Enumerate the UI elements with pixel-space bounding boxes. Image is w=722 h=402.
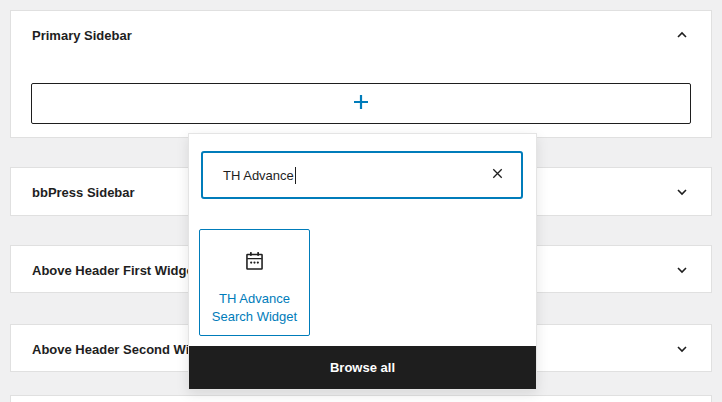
text-caret [295,167,297,184]
clear-search-button[interactable] [485,163,509,187]
inserter-search-input[interactable]: TH Advance [201,151,523,199]
block-appender-button[interactable] [31,83,691,124]
widget-area-panel-primary-sidebar: Primary Sidebar [10,10,712,138]
widget-result-label: TH Advance Search Widget [205,290,305,326]
calendar-icon [242,249,267,277]
widget-area-toggle-primary-sidebar[interactable]: Primary Sidebar [11,11,711,59]
chevron-down-icon[interactable] [674,184,690,200]
widget-area-title: Primary Sidebar [32,28,132,43]
chevron-down-icon[interactable] [674,262,690,278]
plus-icon [352,93,370,115]
chevron-down-icon[interactable] [674,341,690,357]
widget-result-th-advance-search-widget[interactable]: TH Advance Search Widget [199,229,310,336]
block-inserter-popover: TH Advance TH Advance Se [188,133,537,390]
widget-area-title: Above Header First Widget [32,263,198,278]
chevron-up-icon[interactable] [674,27,690,43]
widget-area-title: bbPress Sidebar [32,185,135,200]
widget-area-panel-partial [10,395,712,402]
browse-all-button[interactable]: Browse all [189,346,536,389]
search-input-value: TH Advance [223,168,294,183]
widgets-editor-screen: Primary Sidebar bbPress Sidebar Above He… [0,0,722,402]
close-icon [490,166,505,184]
